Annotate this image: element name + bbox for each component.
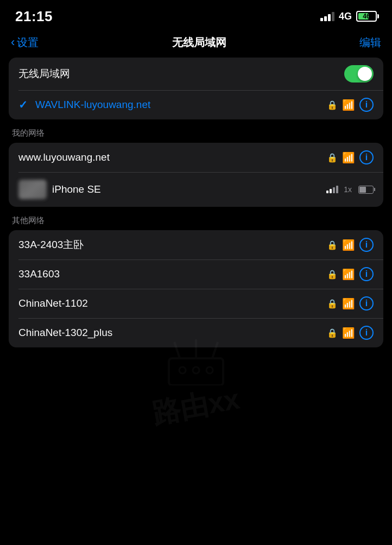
info-button-0[interactable]: i [359, 150, 374, 164]
other-network-row-2[interactable]: ChinaNet-1102 🔒 📶 i [9, 289, 383, 318]
other-network-left-2: ChinaNet-1102 [18, 297, 327, 309]
my-networks-header: 我的网络 [9, 128, 383, 143]
my-network-name-0: www.luyouwang.net [18, 151, 110, 163]
my-network-name-1: iPhone SE [52, 183, 101, 195]
other-network-row-3[interactable]: ChinaNet-1302_plus 🔒 📶 i [9, 318, 383, 347]
back-label: 设置 [17, 35, 39, 50]
connected-network-name: WAVLINK-luyouwang.net [35, 99, 150, 111]
connected-network-right: 🔒 📶 i [327, 98, 374, 112]
watermark: 路由xx [152, 337, 240, 426]
cell-signal-icon [326, 186, 338, 193]
my-network-left-0: www.luyouwang.net [18, 151, 327, 163]
hotspot-app-icon [18, 180, 47, 199]
watermark-text: 路由xx [149, 380, 243, 433]
other-network-right-0: 🔒 📶 i [327, 238, 374, 252]
page-title: 无线局域网 [172, 35, 226, 50]
watermark-router-graphic: 路由xx [152, 337, 240, 426]
edit-button[interactable]: 编辑 [359, 35, 381, 50]
other-network-row-0[interactable]: 33A-2403主卧 🔒 📶 i [9, 230, 383, 259]
lock-icon-other-0: 🔒 [327, 240, 338, 250]
other-network-right-3: 🔒 📶 i [327, 326, 374, 340]
other-networks-card: 33A-2403主卧 🔒 📶 i 33A1603 🔒 📶 i ChinaNet-… [9, 230, 383, 347]
cell-bar-2 [330, 189, 332, 193]
wifi-signal-icon: 📶 [342, 99, 355, 111]
device-battery-fill [359, 187, 366, 193]
other-network-name-3: ChinaNet-1302_plus [18, 327, 112, 339]
wifi-icon-other-2: 📶 [342, 297, 355, 310]
battery-container: 46 [356, 11, 377, 22]
my-network-right-1: 1x [326, 185, 374, 194]
wifi-toggle-left: 无线局域网 [18, 67, 344, 81]
signal-bar-1 [320, 18, 323, 21]
other-network-name-0: 33A-2403主卧 [18, 238, 84, 252]
info-button-other-3[interactable]: i [359, 326, 374, 340]
wifi-toggle-switch[interactable] [344, 65, 374, 83]
signal-bar-3 [328, 14, 331, 21]
lock-icon-other-3: 🔒 [327, 328, 338, 338]
other-network-name-2: ChinaNet-1102 [18, 297, 88, 309]
svg-point-5 [193, 367, 199, 373]
wifi-icon-other-1: 📶 [342, 268, 355, 281]
cell-bar-1 [326, 191, 328, 193]
my-networks-card: www.luyouwang.net 🔒 📶 i iPhone SE [9, 143, 383, 207]
wifi-toggle-label: 无线局域网 [18, 67, 70, 81]
wifi-toggle-row[interactable]: 无线局域网 [9, 58, 383, 90]
toggle-knob [358, 67, 372, 81]
lock-icon-0: 🔒 [327, 153, 338, 163]
lock-icon-other-1: 🔒 [327, 269, 338, 280]
other-networks-header: 其他网络 [9, 216, 383, 230]
status-bar: 21:15 4G 46 [0, 0, 392, 29]
other-network-left-3: ChinaNet-1302_plus [18, 327, 327, 339]
checkmark-icon: ✓ [18, 98, 28, 111]
nav-bar: ‹ 设置 无线局域网 编辑 [0, 29, 392, 58]
other-network-right-2: 🔒 📶 i [327, 296, 374, 310]
info-button-other-2[interactable]: i [359, 296, 374, 310]
cell-bar-4 [336, 186, 338, 193]
network-type: 4G [339, 11, 352, 22]
info-button-other-1[interactable]: i [359, 267, 374, 281]
status-time: 21:15 [15, 8, 53, 25]
my-network-row-0[interactable]: www.luyouwang.net 🔒 📶 i [9, 143, 383, 172]
svg-rect-0 [169, 358, 223, 385]
connected-network-row[interactable]: ✓ WAVLINK-luyouwang.net 🔒 📶 i [9, 90, 383, 119]
other-network-right-1: 🔒 📶 i [327, 267, 374, 281]
connected-network-left: ✓ WAVLINK-luyouwang.net [18, 98, 327, 111]
status-right: 4G 46 [320, 11, 377, 22]
my-network-right-0: 🔒 📶 i [327, 150, 374, 164]
speed-badge: 1x [344, 185, 352, 194]
wifi-toggle-card: 无线局域网 ✓ WAVLINK-luyouwang.net 🔒 📶 i [9, 58, 383, 119]
svg-point-6 [206, 367, 213, 373]
signal-bars [320, 12, 334, 21]
content-area: 无线局域网 ✓ WAVLINK-luyouwang.net 🔒 📶 i 我的网络 [0, 58, 392, 347]
svg-point-4 [179, 367, 186, 373]
back-button[interactable]: ‹ 设置 [11, 35, 39, 50]
device-battery-icon [358, 186, 374, 194]
wifi-icon-other-0: 📶 [342, 239, 355, 251]
other-network-left-1: 33A1603 [18, 268, 327, 280]
info-button[interactable]: i [359, 98, 374, 112]
my-network-left-1: iPhone SE [18, 180, 326, 199]
wifi-signal-icon-0: 📶 [342, 151, 355, 164]
cell-bar-3 [333, 187, 335, 193]
other-network-row-1[interactable]: 33A1603 🔒 📶 i [9, 259, 383, 289]
wifi-toggle-right [344, 65, 374, 83]
wifi-icon-other-3: 📶 [342, 327, 355, 339]
battery-icon: 46 [356, 11, 377, 22]
my-network-row-1[interactable]: iPhone SE 1x [9, 172, 383, 207]
signal-bar-2 [324, 16, 327, 21]
lock-icon: 🔒 [327, 100, 338, 110]
chevron-left-icon: ‹ [11, 36, 15, 48]
info-button-other-0[interactable]: i [359, 238, 374, 252]
battery-level: 46 [363, 12, 370, 20]
other-network-name-1: 33A1603 [18, 268, 60, 280]
lock-icon-other-2: 🔒 [327, 299, 338, 309]
signal-bar-4 [332, 12, 334, 21]
other-network-left-0: 33A-2403主卧 [18, 238, 327, 252]
